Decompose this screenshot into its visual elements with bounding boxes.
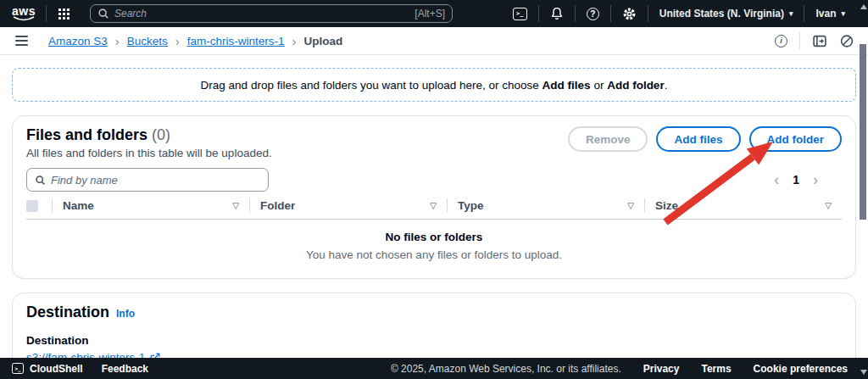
breadcrumb-separator-icon: ›: [175, 35, 180, 47]
files-and-folders-panel: Files and folders(0) All files and folde…: [12, 115, 856, 279]
main-content: Drag and drop files and folders you want…: [0, 55, 868, 379]
search-shortcut-hint: [Alt+S]: [415, 8, 445, 20]
breadcrumb-separator-icon: ›: [292, 35, 297, 47]
hamburger-menu-icon[interactable]: [14, 34, 30, 47]
help-button[interactable]: ?: [576, 0, 610, 27]
dropzone-text: Drag and drop files and folders you want…: [201, 79, 542, 92]
previous-page-icon[interactable]: ‹: [774, 172, 779, 187]
empty-state-description: You have not chosen any files or folders…: [26, 248, 842, 261]
column-header-folder: Folder ▽: [249, 198, 447, 213]
files-actions: Remove Add files Add folder: [568, 126, 842, 152]
settings-button[interactable]: [611, 0, 648, 27]
copyright-text: © 2025, Amazon Web Services, Inc. or its…: [391, 363, 621, 375]
column-header-type: Type ▽: [447, 198, 644, 213]
current-page-number[interactable]: 1: [793, 173, 799, 187]
next-page-icon[interactable]: ›: [813, 172, 818, 187]
cookie-preferences-link[interactable]: Cookie preferences: [754, 363, 848, 375]
files-panel-description: All files and folders in this table will…: [26, 147, 272, 159]
sort-icon[interactable]: ▽: [232, 201, 239, 210]
drag-drop-zone[interactable]: Drag and drop files and folders you want…: [12, 68, 856, 102]
feedback-label: Feedback: [102, 363, 148, 375]
privacy-link[interactable]: Privacy: [643, 363, 680, 375]
select-all-cell: [26, 200, 52, 212]
top-navigation-bar: aws [Alt+S] >_: [0, 0, 868, 27]
gear-icon: [622, 7, 637, 21]
sort-icon[interactable]: ▽: [627, 201, 634, 210]
sort-icon[interactable]: ▽: [430, 201, 437, 210]
search-icon: [35, 175, 46, 186]
user-menu[interactable]: Ivan ▾: [804, 8, 856, 20]
pagination: ‹ 1 ›: [774, 172, 818, 187]
column-header-name: Name ▽: [52, 198, 249, 213]
nav-divider: [46, 5, 47, 22]
destination-panel-title: Destination: [26, 304, 109, 321]
column-label: Name: [63, 199, 94, 212]
find-by-name-box[interactable]: [26, 168, 269, 192]
scroll-up-arrow-icon[interactable]: [860, 4, 867, 9]
terms-link[interactable]: Terms: [701, 363, 731, 375]
breadcrumb-bucket-name[interactable]: fam-chris-winters-1: [187, 35, 285, 47]
search-icon: [97, 8, 109, 20]
chevron-down-icon: ▾: [789, 9, 793, 18]
divider: [799, 32, 800, 49]
cloudshell-terminal-icon: >_: [12, 363, 24, 374]
find-by-name-input[interactable]: [51, 174, 260, 187]
region-label: United States (N. Virginia): [659, 8, 784, 20]
user-label: Ivan: [815, 8, 836, 20]
dropzone-text-or: or: [591, 79, 608, 92]
topnav-left: aws [Alt+S]: [12, 0, 453, 27]
info-link[interactable]: Info: [116, 308, 135, 320]
breadcrumb-left: Amazon S3 › Buckets › fam-chris-winters-…: [14, 34, 342, 47]
side-panel-icon[interactable]: [812, 34, 827, 48]
breadcrumb-bar: Amazon S3 › Buckets › fam-chris-winters-…: [0, 27, 868, 55]
scroll-down-arrow-icon[interactable]: [860, 370, 867, 375]
aws-console-screen: aws [Alt+S] >_: [0, 0, 868, 379]
topnav-right: >_ ? United States (: [502, 0, 856, 27]
dropzone-add-files-text: Add files: [542, 79, 591, 92]
breadcrumb-amazon-s3[interactable]: Amazon S3: [48, 35, 108, 47]
console-footer: >_ CloudShell Feedback © 2025, Amazon We…: [0, 358, 868, 379]
region-selector[interactable]: United States (N. Virginia) ▾: [648, 8, 804, 20]
footer-feedback-button[interactable]: Feedback: [102, 363, 148, 375]
select-all-checkbox[interactable]: [26, 200, 38, 212]
empty-state: No files or folders You have not chosen …: [26, 220, 842, 273]
column-header-size: Size ▽: [644, 198, 842, 213]
breadcrumb-right-tools: i: [775, 32, 854, 49]
services-grid-icon[interactable]: [58, 8, 70, 20]
empty-state-title: No files or folders: [26, 231, 842, 243]
files-count-badge: (0): [152, 126, 170, 143]
footer-cloudshell-button[interactable]: >_ CloudShell: [12, 363, 83, 375]
aws-logo-text: aws: [12, 6, 36, 16]
vertical-scrollbar[interactable]: [859, 0, 868, 379]
aws-logo[interactable]: aws: [12, 6, 36, 22]
dropzone-add-folder-text: Add folder: [607, 79, 665, 92]
notifications-button[interactable]: [539, 0, 575, 27]
bell-icon: [550, 7, 564, 20]
column-label: Folder: [260, 199, 295, 212]
destination-field-label: Destination: [26, 334, 842, 347]
files-panel-title: Files and folders: [26, 126, 147, 143]
breadcrumb-current-upload: Upload: [304, 35, 343, 47]
question-icon: ?: [587, 8, 599, 20]
aws-smile-icon: [12, 16, 36, 22]
sort-icon[interactable]: ▽: [825, 201, 832, 210]
breadcrumb-buckets[interactable]: Buckets: [127, 35, 168, 47]
global-search-input[interactable]: [114, 8, 415, 20]
breadcrumb: Amazon S3 › Buckets › fam-chris-winters-…: [48, 35, 342, 47]
files-table-header: Name ▽ Folder ▽ Type ▽ Size ▽: [26, 198, 842, 220]
cloudshell-terminal-icon: >_: [513, 8, 527, 20]
cloudshell-button[interactable]: >_: [502, 0, 538, 27]
add-files-button[interactable]: Add files: [656, 126, 740, 152]
info-icon[interactable]: i: [775, 35, 787, 47]
breadcrumb-separator-icon: ›: [115, 35, 120, 47]
global-search-box[interactable]: [Alt+S]: [90, 4, 453, 23]
remove-button[interactable]: Remove: [568, 126, 648, 152]
dropzone-text-period: .: [665, 79, 668, 92]
panel-title-block: Files and folders(0) All files and folde…: [26, 126, 272, 159]
scrollbar-thumb[interactable]: [860, 44, 866, 220]
column-label: Type: [458, 199, 484, 212]
clock-slash-icon[interactable]: [839, 34, 854, 48]
chevron-down-icon: ▾: [841, 9, 845, 18]
column-label: Size: [655, 199, 678, 212]
add-folder-button[interactable]: Add folder: [749, 126, 843, 152]
